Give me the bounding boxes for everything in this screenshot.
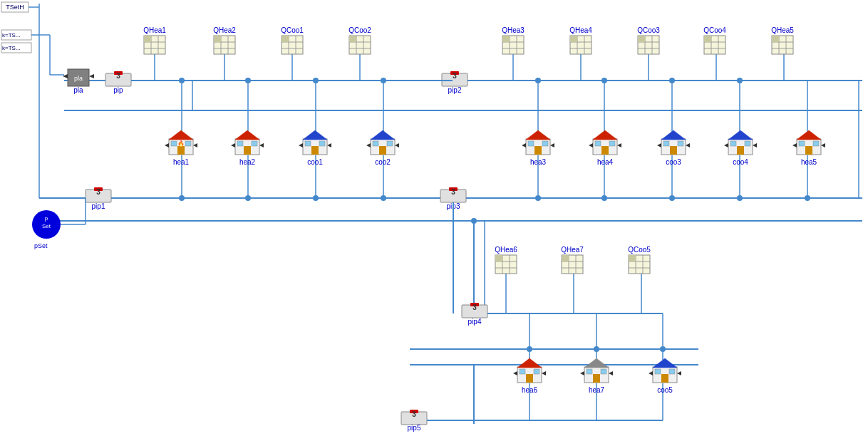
svg-point-54 [601,195,607,201]
svg-rect-261 [730,141,736,146]
svg-rect-253 [663,141,669,146]
svg-rect-270 [813,141,819,146]
svg-rect-185 [495,255,502,261]
svg-rect-199 [629,255,636,261]
svg-text:3: 3 [412,410,416,418]
svg-rect-254 [678,141,683,146]
svg-rect-203 [177,146,185,155]
svg-rect-122 [144,36,151,42]
svg-rect-246 [609,141,615,146]
svg-text:coo5: coo5 [657,386,673,394]
svg-text:pSet: pSet [34,242,48,249]
svg-rect-244 [601,146,609,155]
svg-rect-236 [534,146,542,155]
svg-rect-294 [669,369,675,374]
svg-text:QCoo4: QCoo4 [703,26,726,34]
svg-text:pip2: pip2 [448,86,462,94]
svg-text:QHea1: QHea1 [143,26,166,34]
svg-rect-262 [745,141,750,146]
svg-text:k=TS...: k=TS... [2,45,21,51]
svg-rect-292 [661,374,668,383]
svg-text:pla: pla [73,86,83,94]
svg-rect-293 [655,369,661,374]
svg-text:TSetH: TSetH [6,4,24,11]
svg-text:🔥: 🔥 [177,140,185,147]
svg-text:pip5: pip5 [408,424,421,432]
svg-text:pip: pip [113,86,123,94]
svg-rect-260 [737,146,744,155]
svg-text:pip4: pip4 [468,318,482,326]
svg-rect-204 [171,141,177,146]
diagram-container: TSetH k=TS... k=TS... pla pla 3 pip 3 pi… [0,0,868,446]
svg-text:QCoo2: QCoo2 [348,26,371,34]
svg-rect-268 [805,146,812,155]
svg-rect-238 [542,141,548,146]
svg-text:hea7: hea7 [589,386,605,394]
svg-rect-276 [526,374,533,383]
svg-text:3: 3 [116,72,120,80]
svg-rect-278 [534,369,539,374]
svg-text:coo1: coo1 [307,158,323,166]
svg-text:QHea7: QHea7 [561,246,584,254]
svg-rect-171 [704,36,711,42]
svg-rect-222 [319,141,325,146]
svg-point-67 [594,346,599,352]
svg-text:hea1: hea1 [173,158,190,166]
svg-rect-252 [670,146,677,155]
svg-text:QHea5: QHea5 [771,26,794,34]
svg-point-56 [737,195,743,201]
svg-text:QHea3: QHea3 [502,26,525,34]
svg-text:3: 3 [453,72,457,80]
svg-rect-129 [214,36,221,42]
svg-text:Set: Set [42,223,51,229]
svg-rect-192 [562,255,569,261]
svg-text:coo3: coo3 [666,158,681,166]
svg-text:coo4: coo4 [733,158,748,166]
svg-rect-221 [305,141,311,146]
svg-point-57 [805,195,810,201]
svg-point-55 [669,195,675,201]
svg-text:3: 3 [451,188,455,196]
svg-rect-220 [311,146,319,155]
svg-rect-205 [185,141,191,146]
svg-text:hea2: hea2 [239,158,256,166]
svg-point-52 [381,195,386,201]
svg-rect-237 [528,141,534,146]
svg-point-66 [527,346,532,352]
svg-point-68 [660,346,666,352]
svg-text:p: p [45,215,48,222]
diagram-svg: TSetH k=TS... k=TS... pla pla 3 pip 3 pi… [0,0,868,446]
svg-text:QCoo1: QCoo1 [281,26,304,34]
svg-rect-178 [772,36,779,42]
svg-text:3: 3 [96,188,100,196]
svg-rect-143 [349,36,356,42]
svg-rect-284 [593,374,600,383]
svg-text:hea4: hea4 [597,158,614,166]
svg-text:QCoo5: QCoo5 [628,246,651,254]
svg-text:pla: pla [74,75,83,82]
svg-text:QCoo3: QCoo3 [637,26,660,34]
svg-text:QHea2: QHea2 [213,26,236,34]
svg-text:hea5: hea5 [801,158,817,166]
svg-point-50 [245,195,251,201]
svg-rect-285 [587,369,592,374]
svg-rect-150 [502,36,510,42]
svg-rect-286 [601,369,606,374]
svg-text:QHea4: QHea4 [569,26,592,34]
svg-text:3: 3 [472,304,477,311]
svg-point-51 [313,195,319,201]
svg-rect-164 [638,36,645,42]
svg-rect-228 [379,146,386,155]
svg-text:k=TS...: k=TS... [2,32,21,38]
svg-rect-229 [373,141,378,146]
svg-text:coo2: coo2 [375,158,391,166]
svg-text:hea6: hea6 [522,386,538,394]
svg-text:pip1: pip1 [92,202,105,210]
svg-rect-269 [799,141,805,146]
svg-rect-230 [387,141,393,146]
svg-rect-245 [595,141,601,146]
svg-rect-157 [570,36,577,42]
svg-rect-0 [0,0,868,446]
svg-rect-212 [244,146,251,155]
svg-rect-136 [281,36,289,42]
